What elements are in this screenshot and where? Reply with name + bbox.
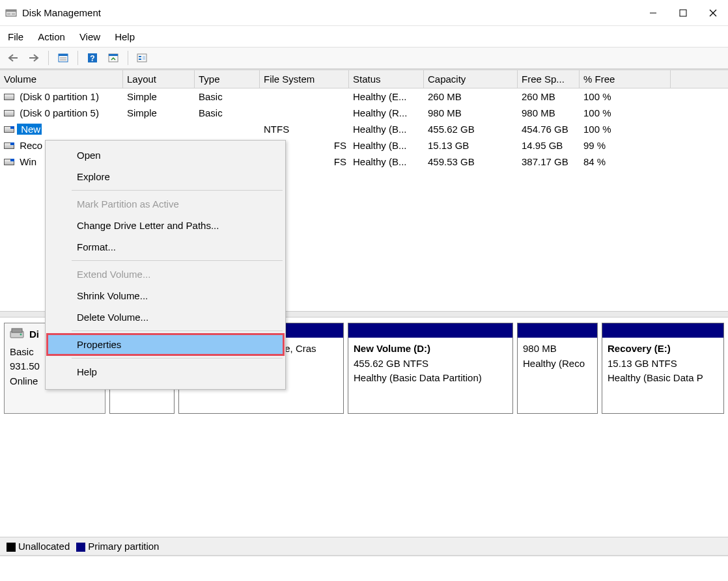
partition-status: Healthy (Reco bbox=[523, 357, 592, 372]
volume-filesystem: NTFS bbox=[260, 124, 349, 135]
svg-point-22 bbox=[20, 334, 22, 336]
legend-primary-label: Primary partition bbox=[88, 541, 159, 552]
svg-rect-21 bbox=[12, 329, 22, 332]
menubar: File Action View Help bbox=[0, 26, 728, 47]
col-freespace[interactable]: Free Sp... bbox=[518, 70, 580, 88]
context-item-extend-volume: Extend Volume... bbox=[46, 263, 285, 285]
partition-status: Healthy (Basic Data P bbox=[608, 371, 718, 386]
volume-status: Healthy (R... bbox=[349, 107, 424, 118]
menu-help[interactable]: Help bbox=[115, 31, 135, 42]
volume-freespace: 260 MB bbox=[518, 91, 580, 102]
svg-rect-15 bbox=[109, 54, 118, 56]
volume-capacity: 260 MB bbox=[424, 91, 518, 102]
svg-rect-1 bbox=[6, 10, 16, 12]
volume-capacity: 455.62 GB bbox=[424, 124, 518, 135]
partition-box[interactable]: Recovery (E:)15.13 GB NTFSHealthy (Basic… bbox=[602, 323, 724, 414]
minimize-button[interactable] bbox=[638, 0, 668, 26]
close-button[interactable] bbox=[698, 0, 728, 26]
partition-size: 980 MB bbox=[523, 342, 592, 357]
volume-row[interactable]: NewNTFSHealthy (B...455.62 GB454.76 GB10… bbox=[0, 121, 728, 137]
volume-name: Win bbox=[17, 156, 36, 167]
col-layout[interactable]: Layout bbox=[123, 70, 195, 88]
window-controls bbox=[638, 0, 728, 26]
volume-freespace: 980 MB bbox=[518, 107, 580, 118]
context-item-delete-volume[interactable]: Delete Volume... bbox=[46, 306, 285, 328]
volume-pctfree: 99 % bbox=[580, 140, 671, 151]
window-title: Disk Management bbox=[22, 7, 101, 18]
col-status[interactable]: Status bbox=[349, 70, 424, 88]
partition-box[interactable]: 980 MBHealthy (Reco bbox=[517, 323, 598, 414]
empty-area bbox=[0, 429, 728, 537]
volume-type: Basic bbox=[195, 91, 260, 102]
volume-capacity: 459.53 GB bbox=[424, 156, 518, 167]
svg-rect-18 bbox=[139, 59, 141, 60]
volume-name: Reco bbox=[17, 140, 42, 151]
context-item-change-drive-letter-and-paths[interactable]: Change Drive Letter and Paths... bbox=[46, 215, 285, 236]
volume-row[interactable]: (Disk 0 partition 5)SimpleBasicHealthy (… bbox=[0, 105, 728, 121]
legend-unallocated-label: Unallocated bbox=[18, 541, 70, 552]
partition-size: 15.13 GB NTFS bbox=[608, 357, 718, 372]
refresh-button[interactable] bbox=[104, 49, 122, 66]
forward-button[interactable] bbox=[25, 49, 43, 66]
volume-name: (Disk 0 partition 1) bbox=[17, 91, 99, 102]
volume-layout: Simple bbox=[123, 91, 195, 102]
settings-button[interactable] bbox=[133, 49, 152, 66]
svg-text:?: ? bbox=[90, 54, 94, 63]
titlebar: Disk Management bbox=[0, 0, 728, 26]
volume-status: Healthy (B... bbox=[349, 156, 424, 167]
col-volume[interactable]: Volume bbox=[0, 70, 123, 88]
context-item-mark-partition-as-active: Mark Partition as Active bbox=[46, 193, 285, 215]
volume-capacity: 980 MB bbox=[424, 107, 518, 118]
col-pctfree[interactable]: % Free bbox=[580, 70, 671, 88]
col-capacity[interactable]: Capacity bbox=[424, 70, 518, 88]
volume-name: New bbox=[17, 124, 42, 135]
volume-type: Basic bbox=[195, 107, 260, 118]
volume-status: Healthy (B... bbox=[349, 140, 424, 151]
col-filesystem[interactable]: File System bbox=[260, 70, 349, 88]
volume-pctfree: 100 % bbox=[580, 107, 671, 118]
volume-freespace: 387.17 GB bbox=[518, 156, 580, 167]
svg-rect-5 bbox=[680, 10, 686, 16]
volume-row[interactable]: (Disk 0 partition 1)SimpleBasicHealthy (… bbox=[0, 88, 728, 105]
volume-status: Healthy (B... bbox=[349, 124, 424, 135]
context-item-shrink-volume[interactable]: Shrink Volume... bbox=[46, 285, 285, 306]
back-button[interactable] bbox=[4, 49, 22, 66]
volume-name: (Disk 0 partition 5) bbox=[17, 107, 99, 118]
volume-layout: Simple bbox=[123, 107, 195, 118]
volume-icon bbox=[4, 110, 14, 116]
svg-rect-3 bbox=[12, 13, 15, 15]
partition-title: Recovery (E:) bbox=[608, 342, 718, 357]
col-type[interactable]: Type bbox=[195, 70, 260, 88]
context-item-format[interactable]: Format... bbox=[46, 236, 285, 258]
volume-freespace: 14.95 GB bbox=[518, 140, 580, 151]
volume-freespace: 454.76 GB bbox=[518, 124, 580, 135]
show-hide-tree-button[interactable] bbox=[54, 49, 72, 66]
context-menu: OpenExploreMark Partition as ActiveChang… bbox=[45, 140, 286, 390]
svg-rect-2 bbox=[7, 13, 10, 15]
help-button[interactable]: ? bbox=[83, 49, 102, 66]
svg-rect-9 bbox=[59, 54, 68, 56]
menu-action[interactable]: Action bbox=[38, 31, 65, 42]
volume-pctfree: 100 % bbox=[580, 91, 671, 102]
volume-pctfree: 100 % bbox=[580, 124, 671, 135]
app-icon bbox=[5, 7, 17, 19]
menu-view[interactable]: View bbox=[79, 31, 100, 42]
partition-size: 455.62 GB NTFS bbox=[354, 357, 507, 372]
menu-file[interactable]: File bbox=[8, 31, 23, 42]
volume-pctfree: 84 % bbox=[580, 156, 671, 167]
svg-rect-19 bbox=[143, 56, 145, 60]
context-item-properties[interactable]: Properties bbox=[47, 334, 284, 355]
svg-rect-17 bbox=[139, 56, 141, 57]
partition-box[interactable]: New Volume (D:)455.62 GB NTFSHealthy (Ba… bbox=[348, 323, 513, 414]
legend-swatch-primary bbox=[76, 543, 85, 552]
volume-capacity: 15.13 GB bbox=[424, 140, 518, 151]
context-item-help[interactable]: Help bbox=[46, 361, 285, 383]
maximize-button[interactable] bbox=[668, 0, 698, 26]
context-item-open[interactable]: Open bbox=[46, 144, 285, 166]
disk0-title: Di bbox=[29, 327, 39, 342]
toolbar: ? bbox=[0, 47, 728, 70]
context-item-explore[interactable]: Explore bbox=[46, 166, 285, 187]
disk-drive-icon bbox=[10, 327, 24, 345]
volume-icon bbox=[4, 142, 14, 149]
legend: Unallocated Primary partition bbox=[0, 537, 728, 556]
